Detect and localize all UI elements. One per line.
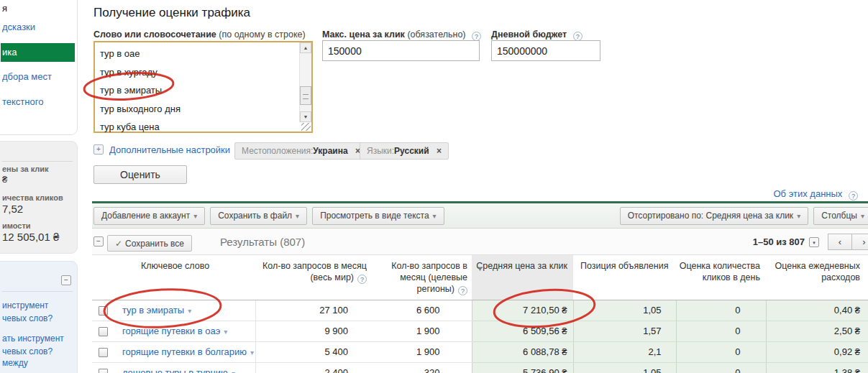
keyword-line: тур куба цена	[100, 118, 294, 137]
sidebar: я дсказки ика дбора мест текстного ены з…	[0, 0, 92, 373]
sidebar-nav-panel: я дсказки ика дбора мест текстного	[0, 0, 78, 135]
est-clicks-cell: 0	[676, 300, 766, 321]
sidebar-item-contextual[interactable]: текстного	[2, 96, 43, 107]
prev-page-button[interactable]: ‹	[828, 234, 852, 250]
searches-targeted-cell: 6 600	[374, 300, 472, 321]
remove-language-icon[interactable]: ×	[437, 146, 442, 156]
keyword-line: тур в оае	[100, 45, 294, 63]
keyword-link[interactable]: горящие путевки в оаэ▾	[122, 326, 227, 336]
header-searches-targeted[interactable]: Кол-во запросов в месяц (целевые регионы…	[374, 255, 472, 300]
table-row: дешевые туры в турцию▾ 2 400 320 5 736,9…	[92, 362, 868, 373]
max-cpc-label: Макс. цена за клик (обязательно) ?	[322, 29, 481, 41]
about-data-help-icon[interactable]: ?	[849, 191, 858, 201]
keyword-link[interactable]: горящие путевки в болгарию▾	[122, 346, 254, 357]
chevron-down-icon: ▾	[232, 369, 235, 373]
location-chip: Местоположения:Украина ×	[234, 142, 367, 160]
checkbox-cell	[92, 321, 117, 341]
est-cost-cell: 1,38 ₴	[766, 362, 868, 373]
row-checkbox[interactable]	[99, 348, 108, 357]
header-checkbox-spacer	[92, 255, 117, 300]
next-page-button[interactable]: ›	[852, 234, 868, 250]
about-data-link[interactable]: Об этих данных	[774, 188, 843, 199]
traffic-estimator-page: { "glyphs": { "dropdown": "▾", "sort_des…	[0, 0, 868, 373]
scroll-up-icon[interactable]: ▲	[300, 42, 311, 53]
help-link-difference[interactable]: междурианты групп	[2, 356, 55, 373]
results-section: Об этих данных ? Добавление в аккаунт▾ С…	[92, 188, 868, 373]
header-ad-position[interactable]: Позиция объявления	[573, 255, 676, 300]
keyword-line: тур в эмираты	[100, 81, 294, 100]
add-to-account-button[interactable]: Добавление в аккаунт▾	[93, 207, 205, 225]
check-icon: ✓	[115, 239, 122, 249]
stats-divider	[2, 161, 73, 162]
scrollbar-thumb[interactable]	[300, 86, 311, 105]
avg-cpc-cell: 5 736,90 ₴	[472, 362, 573, 373]
avg-cpc-cell: 6 509,56 ₴	[472, 321, 573, 341]
table-row: горящие путевки в оаэ▾ 9 900 1 900 6 509…	[92, 321, 868, 341]
columns-button[interactable]: Столбцы▾	[813, 207, 868, 225]
main-content: Получение оценки трафика Слово или слово…	[92, 0, 868, 373]
language-chip: Языки:Русский ×	[360, 142, 449, 160]
chevron-down-icon: ▾	[250, 349, 254, 356]
stat-clicks-value: 7,52	[2, 203, 23, 215]
keyword-link[interactable]: тур в эмираты▾	[122, 305, 191, 316]
header-searches-world[interactable]: Кол-во запросов в месяц (весь мир)?	[255, 255, 374, 300]
pagination: 1–50 из 807 ▾ ‹ ›	[753, 234, 868, 250]
est-clicks-cell: 0	[676, 362, 766, 373]
est-clicks-cell: 0	[676, 341, 766, 362]
collapse-all-icon[interactable]: −	[93, 236, 104, 247]
help-link-what-is-tool[interactable]: инструментчевых слов?	[2, 299, 52, 325]
max-cpc-input[interactable]	[322, 40, 480, 61]
textarea-scrollbar[interactable]: ▲ ▼	[299, 42, 311, 122]
header-est-cost[interactable]: Оценка ежедневных расходов	[766, 255, 868, 300]
expand-icon[interactable]: +	[93, 144, 104, 155]
sidebar-item-traffic-estimator-selected[interactable]: ика	[1, 43, 75, 62]
chevron-down-icon: ▾	[193, 212, 197, 220]
page-size-dropdown-icon[interactable]: ▾	[809, 237, 819, 247]
budget-label: Дневной бюджет ?	[491, 29, 583, 41]
budget-input[interactable]	[491, 40, 600, 61]
estimate-button[interactable]: Оценить	[93, 165, 187, 184]
searches-world-cell: 5 400	[255, 341, 374, 362]
sorted-by-button[interactable]: Отсортировано по: Средняя цена за клик▾	[620, 207, 809, 225]
keyword-cell: горящие путевки в оаэ▾	[117, 321, 255, 341]
sidebar-item-hints[interactable]: дсказки	[2, 22, 35, 32]
sidebar-item-placement[interactable]: дбора мест	[2, 71, 52, 82]
sort-desc-icon[interactable]: ▼	[477, 263, 483, 275]
header-est-clicks[interactable]: Оценка количества кликов в день	[676, 255, 766, 300]
help-collapse-icon[interactable]: −	[61, 275, 71, 285]
stat-clicks-label: ичества кликов	[2, 193, 63, 202]
est-cost-cell: 0,40 ₴	[766, 300, 868, 321]
searches-world-cell: 9 900	[255, 321, 374, 341]
searches-world-cell: 2 400	[255, 362, 374, 373]
table-header-row: Ключевое слово Кол-во запросов в месяц (…	[92, 255, 868, 300]
row-checkbox[interactable]	[99, 369, 108, 373]
keyword-link[interactable]: дешевые туры в турцию▾	[122, 367, 235, 373]
save-to-file-button[interactable]: Сохранить в файл▾	[210, 207, 307, 225]
header-keyword[interactable]: Ключевое слово	[117, 255, 255, 300]
searches-world-cell: 27 100	[255, 300, 374, 321]
stat-cpc-label: ены за клик	[2, 165, 49, 173]
avg-cpc-cell: 6 088,78 ₴	[472, 341, 573, 362]
save-all-button[interactable]: ✓Сохранить все	[107, 235, 192, 252]
results-subbar: − ✓Сохранить все Результаты (807) 1–50 и…	[92, 229, 868, 255]
textarea-resize-handle[interactable]	[301, 123, 311, 131]
keywords-textarea[interactable]: тур в оае тур в хургаду тур в эмираты ту…	[93, 41, 313, 133]
view-as-text-button[interactable]: Просмотреть в виде текста▾	[312, 207, 444, 225]
row-checkbox[interactable]	[99, 327, 108, 336]
help-icon[interactable]: ?	[357, 275, 367, 284]
row-checkbox[interactable]	[99, 306, 108, 316]
scroll-down-icon[interactable]: ▼	[300, 111, 311, 122]
keyword-line: тур выходного дня	[100, 100, 294, 119]
about-row: Об этих данных ?	[92, 188, 868, 201]
est-clicks-cell: 0	[676, 321, 766, 341]
results-toolbar: Добавление в аккаунт▾ Сохранить в файл▾ …	[92, 203, 868, 229]
ad-position-cell: 1,05	[573, 362, 676, 373]
help-icon[interactable]: ?	[458, 286, 467, 295]
sidebar-stats-panel: ены за клик ₴ ичества кликов 7,52 имости…	[0, 141, 78, 254]
searches-targeted-cell: 1 900	[374, 341, 472, 362]
advanced-settings-link[interactable]: Дополнительные настройки	[109, 144, 230, 155]
table-row: горящие путевки в болгарию▾ 5 400 1 900 …	[92, 341, 868, 362]
help-link-how-to-use-tool[interactable]: ать инструментчевых слов?	[2, 332, 64, 358]
header-avg-cpc-sorted[interactable]: ▼ Средняя цена за клик	[472, 255, 573, 300]
keyword-cell: дешевые туры в турцию▾	[117, 362, 255, 373]
